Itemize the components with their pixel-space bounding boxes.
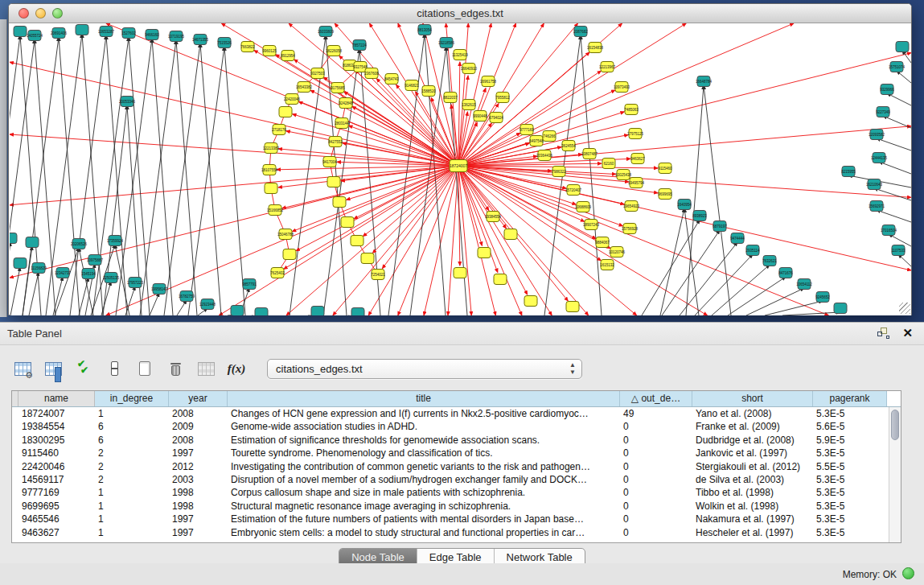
table-cell[interactable]: 0 [620, 447, 692, 459]
float-panel-icon[interactable] [877, 327, 889, 339]
table-cell[interactable]: 5.3E-5 [813, 447, 887, 459]
close-panel-icon[interactable]: ✕ [902, 327, 913, 339]
graph-node-yellow[interactable] [341, 217, 354, 228]
graph-node-teal[interactable] [26, 237, 39, 248]
table-cell[interactable]: 49 [620, 407, 692, 420]
table-cell[interactable]: Franke et al. (2009) [692, 420, 813, 433]
table-row[interactable]: 946362711997Embryonic stem cells: a mode… [12, 526, 901, 539]
table-cell[interactable]: 2 [95, 473, 169, 486]
table-cell[interactable]: 18724007 [18, 407, 95, 420]
table-cell[interactable]: 1997 [169, 526, 228, 539]
table-cell[interactable]: 18300295 [18, 434, 95, 447]
table-cell[interactable]: Disruption of a novel member of a sodium… [228, 473, 620, 486]
table-cell[interactable]: Genome-wide association studies in ADHD. [228, 420, 620, 433]
graph-node-yellow[interactable] [504, 229, 517, 240]
table-row[interactable]: 2242004622012Investigating the contribut… [12, 460, 901, 473]
graph-node-teal[interactable] [311, 307, 324, 316]
graph-node-teal[interactable] [76, 25, 88, 35]
table-cell[interactable]: 0 [620, 500, 692, 513]
table-cell[interactable]: 2 [95, 447, 169, 459]
table-cell[interactable]: 9699695 [18, 500, 95, 513]
table-cell[interactable]: 0 [620, 473, 692, 486]
table-cell[interactable]: de Silva et al. (2003) [692, 473, 813, 486]
table-cell[interactable]: Estimation of the future numbers of pati… [228, 513, 620, 525]
show-columns-icon[interactable] [42, 358, 64, 379]
table-cell[interactable]: Hescheler et al. (1997) [692, 526, 813, 539]
table-cell[interactable]: Dudbridge et al. (2008) [692, 434, 813, 447]
graph-node-teal[interactable] [10, 233, 17, 244]
table-cell[interactable]: 1998 [169, 500, 228, 513]
table-cell[interactable]: 5.3E-5 [813, 526, 887, 539]
graph-node-yellow[interactable] [494, 274, 507, 285]
table-row[interactable]: 1830029562008Estimation of significance … [12, 434, 901, 447]
table-cell[interactable]: 5.9E-5 [813, 434, 887, 447]
row-height-icon[interactable] [103, 358, 125, 379]
graph-node-yellow[interactable] [333, 197, 346, 208]
graph-node-yellow[interactable] [524, 296, 537, 307]
graph-node-yellow[interactable] [454, 268, 466, 278]
table-row[interactable]: 946554611997Estimation of the future num… [12, 513, 901, 525]
table-cell[interactable]: 0 [620, 526, 692, 539]
table-row[interactable]: 1456911722003Disruption of a novel membe… [12, 473, 901, 486]
table-cell[interactable]: 1998 [169, 486, 228, 499]
table-cell[interactable]: 9465546 [18, 513, 95, 525]
table-cell[interactable]: 0 [620, 434, 692, 447]
table-cell[interactable]: Embryonic stem cells: a model to study s… [228, 526, 620, 539]
graph-node-teal[interactable] [14, 258, 27, 269]
table-cell[interactable]: 2003 [169, 473, 228, 486]
network-window-titlebar[interactable]: citations_edges.txt [9, 4, 911, 23]
table-row[interactable]: 977716911998Corpus callosum shape and si… [12, 486, 901, 499]
column-header-name[interactable]: name [18, 391, 95, 406]
table-cell[interactable]: Jankovic et al. (1997) [692, 447, 813, 459]
table-cell[interactable]: Wolkin et al. (1998) [692, 500, 813, 513]
table-cell[interactable]: Investigating the contribution of common… [228, 460, 620, 473]
graph-node-yellow[interactable] [361, 253, 374, 264]
graph-node-yellow[interactable] [327, 177, 340, 187]
table-cell[interactable]: 5.3E-5 [813, 500, 887, 513]
table-cell[interactable]: 5.3E-5 [813, 473, 887, 486]
graph-node-teal[interactable] [351, 308, 364, 316]
table-cell[interactable]: 1 [95, 407, 169, 420]
table-row[interactable]: 1938455462009Genome-wide association stu… [12, 420, 901, 433]
table-cell[interactable]: 5.5E-5 [813, 460, 887, 473]
graph-node-teal[interactable] [255, 308, 268, 316]
table-row[interactable]: 911546021997Tourette syndrome. Phenomeno… [12, 447, 901, 459]
graph-node-yellow[interactable] [279, 107, 292, 117]
graph-node-yellow[interactable] [351, 236, 363, 246]
table-cell[interactable]: 5.6E-5 [813, 420, 887, 433]
table-cell[interactable]: 19384554 [18, 420, 95, 433]
table-cell[interactable]: 22420046 [18, 460, 95, 473]
table-cell[interactable]: 0 [620, 420, 692, 433]
graph-node-yellow[interactable] [283, 249, 296, 260]
table-cell[interactable]: 9463627 [18, 526, 95, 539]
table-row[interactable]: 969969511998Structural magnetic resonanc… [12, 500, 901, 513]
table-cell[interactable]: Changes of HCN gene expression and I(f) … [228, 407, 620, 420]
table-cell[interactable]: Tourette syndrome. Phenomenology and cla… [228, 447, 620, 459]
graph-node-teal[interactable] [834, 303, 847, 314]
table-cell[interactable]: 6 [95, 420, 169, 433]
table-mode-icon[interactable]: ⚙ [11, 358, 34, 379]
table-vertical-scrollbar[interactable] [889, 407, 901, 542]
table-cell[interactable]: 0 [620, 460, 692, 473]
graph-node-yellow[interactable] [566, 302, 579, 312]
table-cell[interactable]: Estimation of significance thresholds fo… [228, 434, 620, 447]
column-header-out_de[interactable]: △ out_de… [620, 391, 692, 406]
table-cell[interactable]: 2008 [169, 407, 228, 420]
table-cell[interactable]: 9115460 [18, 447, 95, 459]
column-header-short[interactable]: short [692, 391, 813, 406]
table-cell[interactable]: 2 [95, 460, 169, 473]
table-cell[interactable]: 1 [95, 513, 169, 525]
graph-node-yellow[interactable] [478, 248, 491, 258]
table-cell[interactable]: 1997 [169, 513, 228, 525]
column-header-in_degree[interactable]: in_degree [95, 391, 169, 406]
table-cell[interactable]: 1997 [169, 447, 228, 459]
table-selector-dropdown[interactable]: citations_edges.txt ▲▼ [267, 359, 582, 379]
table-cell[interactable]: Corpus callosum shape and size in male p… [228, 486, 620, 499]
network-view-window[interactable]: citations_edges.txt 14055724206914061065… [8, 3, 912, 315]
table-cell[interactable]: 5.3E-5 [813, 407, 887, 420]
delete-column-icon[interactable] [164, 358, 187, 379]
select-all-icon[interactable]: ✔✔ [72, 358, 95, 379]
table-cell[interactable]: 5.3E-5 [813, 486, 887, 499]
table-cell[interactable]: 1 [95, 500, 169, 513]
table-row[interactable]: 1872400712008Changes of HCN gene express… [12, 407, 901, 420]
